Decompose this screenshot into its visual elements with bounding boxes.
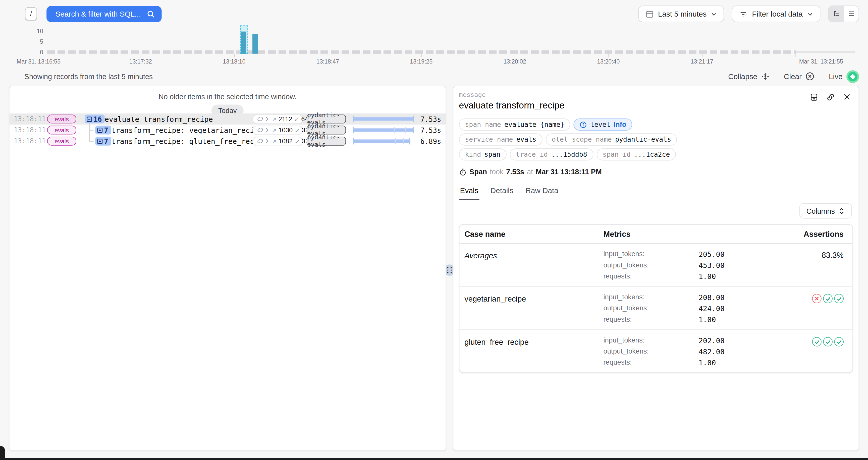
x-axis-label: 13:20:40: [597, 58, 620, 65]
x-axis-tickmark: [796, 54, 796, 57]
x-axis-tickmark: [421, 54, 422, 57]
assertion-pass-icon[interactable]: [823, 337, 832, 346]
time-range-label: Last 5 minutes: [658, 10, 707, 18]
empty-notice: No older items in the selected time wind…: [9, 92, 445, 101]
service-badge: evals: [47, 126, 76, 134]
collapse-icon: [761, 72, 770, 80]
level-chip[interactable]: level Info: [574, 119, 632, 131]
info-circle-icon: [580, 121, 587, 128]
duration-bar: [352, 125, 415, 136]
tree-view-toggle[interactable]: [829, 6, 844, 22]
y-axis-tick: 5: [21, 38, 43, 45]
column-header-assertions: Assertions: [804, 230, 853, 238]
trace-row-evaluate[interactable]: 13:18:11 evals 16 evaluate transform_rec…: [9, 113, 445, 125]
token-stats-chip: Σ ↗1030 ↙323: [252, 125, 303, 135]
case-name: Averages: [459, 250, 603, 281]
y-axis-tick: 0: [21, 49, 43, 55]
row-timestamp: 13:18:11: [14, 126, 46, 134]
screen-bottom-corner: [0, 446, 5, 460]
dock-panel-icon[interactable]: [810, 93, 818, 101]
span-name-chip[interactable]: span_name evaluate {name}: [459, 119, 570, 131]
x-axis-label: 13:19:25: [410, 58, 433, 65]
span-duration-line: Span took 7.53s at Mar 31 13:18:11 PM: [459, 168, 602, 176]
tokens-in-arrow-icon: ↙: [295, 138, 299, 144]
scope-tag: pydantic-evals: [307, 114, 346, 123]
children-count-pill[interactable]: 7: [95, 126, 111, 134]
tab-raw-data[interactable]: Raw Data: [524, 183, 559, 200]
metrics-cell: input_tokens:202.00 output_tokens:482.00…: [603, 336, 747, 367]
coin-icon: [257, 138, 264, 144]
live-indicator-icon[interactable]: [846, 70, 859, 83]
trace-id-chip[interactable]: trace_id ...15ddb8: [510, 149, 593, 160]
list-view-toggle[interactable]: [844, 6, 859, 22]
copy-link-icon[interactable]: [827, 93, 835, 101]
x-axis-label: Mar 31. 13:16:55: [17, 58, 61, 65]
children-count-pill[interactable]: 7: [95, 137, 111, 145]
tree-connector: [89, 130, 90, 141]
assertion-pass-icon[interactable]: [834, 294, 844, 303]
screen-bottom-edge: [0, 458, 868, 460]
list-view-icon: [847, 10, 855, 18]
service-name-chip[interactable]: service_name evals: [459, 133, 542, 145]
children-count-pill[interactable]: 16: [85, 114, 104, 123]
trace-list-panel: No older items in the selected time wind…: [9, 86, 446, 451]
column-header-metrics: Metrics: [603, 230, 747, 238]
assertion-pass-icon[interactable]: [834, 337, 844, 346]
tree-connector: [89, 122, 90, 130]
search-icon: [147, 10, 155, 18]
assertions-icons: [812, 337, 844, 346]
table-row-averages[interactable]: Averages input_tokens:205.00 output_toke…: [459, 243, 852, 287]
assertion-fail-icon[interactable]: [812, 294, 821, 303]
sigma-icon: Σ: [266, 138, 270, 145]
time-range-button[interactable]: Last 5 minutes: [638, 5, 724, 22]
timeline-chart[interactable]: 10 5 0 Mar 31. 13:16:55 13:17:32 13:18:1…: [0, 28, 868, 66]
live-toggle[interactable]: Live: [829, 70, 859, 83]
stopwatch-icon: [459, 168, 467, 176]
trace-rows: 13:18:11 evals 16 evaluate transform_rec…: [9, 113, 445, 146]
sigma-icon: Σ: [266, 127, 270, 134]
x-axis-label: 13:20:02: [503, 58, 526, 65]
timeline-baseline-tail: [796, 52, 855, 53]
otel-scope-chip[interactable]: otel_scope_name pydantic-evals: [546, 133, 677, 145]
trace-row-gluten-free[interactable]: 13:18:11 evals 7 transform_recipe: glute…: [9, 136, 445, 146]
expand-node-icon: [97, 127, 103, 133]
service-badge: evals: [47, 137, 76, 145]
case-name: gluten_free_recipe: [459, 336, 603, 367]
table-row-vegetarian-recipe[interactable]: vegetarian_recipe input_tokens:208.00 ou…: [459, 287, 852, 330]
collapse-button[interactable]: Collapse: [728, 72, 769, 80]
tab-details[interactable]: Details: [489, 183, 515, 200]
trace-row-vegetarian[interactable]: 13:18:11 evals 7 transform_recipe: veget…: [9, 125, 445, 136]
x-axis-label: 13:21:17: [691, 58, 713, 65]
tab-evals[interactable]: Evals: [459, 183, 479, 200]
clear-label: Clear: [784, 72, 802, 80]
panel-resize-handle[interactable]: [445, 265, 453, 276]
table-row-gluten-free-recipe[interactable]: gluten_free_recipe input_tokens:202.00 o…: [459, 330, 852, 373]
span-detail-title: evaluate transform_recipe: [459, 100, 564, 111]
filter-label: Filter local data: [752, 10, 803, 18]
x-axis-label: Mar 31. 13:21:55: [799, 58, 843, 65]
detail-tabs: Evals Details Raw Data: [459, 183, 853, 200]
timeline-baseline: [47, 51, 796, 54]
tokens-out-arrow-icon: ↗: [272, 127, 276, 133]
x-axis-tickmark: [515, 54, 516, 57]
x-axis-tickmark: [702, 54, 703, 57]
search-input[interactable]: Search & filter with SQL...: [46, 6, 161, 22]
clear-circle-x-icon: [805, 72, 814, 81]
tree-view-icon: [832, 10, 840, 18]
filter-local-data-button[interactable]: Filter local data: [732, 5, 820, 22]
span-id-chip[interactable]: span_id ...1ca2ce: [596, 149, 676, 160]
histogram-bar[interactable]: [252, 34, 258, 54]
app-root: / Search & filter with SQL... Last 5 min…: [0, 0, 868, 460]
kind-chip[interactable]: kind span: [459, 149, 506, 160]
span-title: transform_recipe: vegetarian_recipe: [111, 126, 263, 134]
close-icon[interactable]: [843, 93, 851, 101]
tokens-out-arrow-icon: ↗: [272, 138, 276, 144]
filter-lines-icon: [739, 10, 747, 18]
x-axis-tickmark: [234, 54, 235, 57]
assertion-pass-icon[interactable]: [812, 337, 821, 346]
histogram-bar[interactable]: [241, 32, 246, 54]
top-bar: / Search & filter with SQL... Last 5 min…: [0, 0, 868, 28]
clear-button[interactable]: Clear: [784, 72, 814, 81]
columns-button[interactable]: Columns: [799, 203, 852, 219]
assertion-pass-icon[interactable]: [823, 294, 832, 303]
